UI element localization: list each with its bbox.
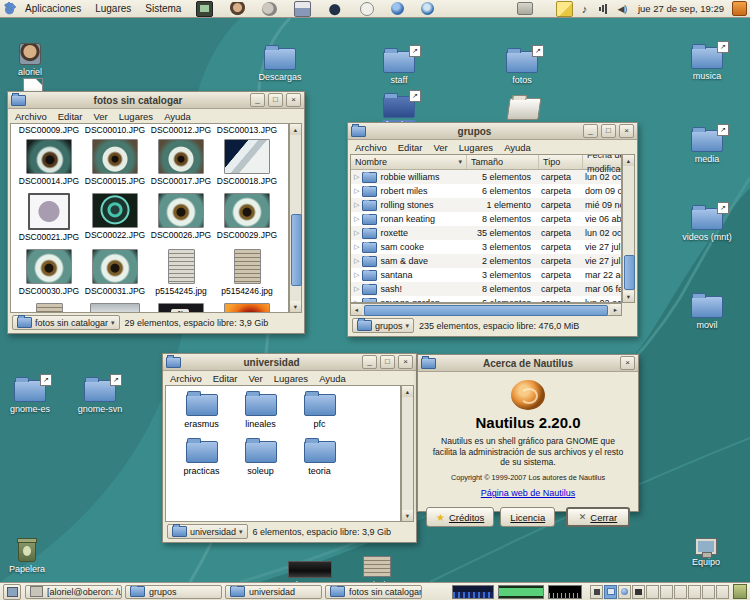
menu-editar[interactable]: Editar bbox=[398, 142, 423, 153]
expander-icon[interactable]: ▷ bbox=[354, 229, 359, 237]
logout-icon[interactable] bbox=[732, 1, 747, 16]
file-item[interactable]: p6264553.jpg bbox=[214, 302, 280, 313]
desktop-icon-contrato-maestra-1923-jpg[interactable]: contrato_ maestra_ 1923.jpg bbox=[341, 556, 413, 582]
file-item[interactable]: p5154247.jpg bbox=[16, 302, 82, 313]
workspace-cell-empty[interactable] bbox=[646, 585, 659, 599]
workspace-cell-empty[interactable] bbox=[702, 585, 715, 599]
file-item[interactable]: p5204315.jpg bbox=[82, 302, 148, 313]
menu-archivo[interactable]: Archivo bbox=[170, 373, 202, 384]
website-link[interactable]: Página web de Nautilus bbox=[426, 488, 630, 498]
desktop-icon-equipo[interactable]: Equipo bbox=[670, 538, 742, 567]
table-row[interactable]: ▷robbie williams5 elementoscarpetalun 02… bbox=[351, 170, 621, 184]
pidgin-icon[interactable] bbox=[391, 2, 404, 15]
browser-icon[interactable] bbox=[421, 2, 434, 15]
folder-item-practicas[interactable]: practicas bbox=[172, 441, 231, 476]
menu-aplicaciones[interactable]: Aplicaciones bbox=[20, 2, 86, 15]
workspace-cell-term[interactable] bbox=[590, 585, 603, 599]
column-nombre[interactable]: Nombre▾ bbox=[351, 155, 467, 169]
desktop-icon-descargas[interactable]: Descargas bbox=[244, 48, 316, 82]
panel-clock[interactable]: jue 27 de sep, 19:29 bbox=[638, 3, 724, 14]
expander-icon[interactable]: ▷ bbox=[354, 271, 359, 279]
terminal-icon[interactable] bbox=[196, 1, 213, 17]
vertical-scrollbar[interactable]: ▴ ▾ bbox=[289, 123, 302, 313]
file-item[interactable]: p5154245.jpg bbox=[148, 248, 214, 296]
titlebar[interactable]: Acerca de Nautilus × bbox=[418, 355, 638, 372]
scroll-down-icon[interactable]: ▾ bbox=[290, 301, 301, 312]
close-button[interactable]: × bbox=[398, 355, 413, 369]
scrollbar-thumb[interactable] bbox=[291, 214, 302, 285]
column-fecha[interactable]: Fecha de modificación bbox=[583, 155, 622, 169]
scroll-down-icon[interactable]: ▾ bbox=[623, 291, 634, 302]
expander-icon[interactable]: ▷ bbox=[354, 173, 359, 181]
folder-item-lineales[interactable]: lineales bbox=[231, 394, 290, 429]
close-button[interactable]: × bbox=[619, 124, 634, 138]
trash-applet-icon[interactable] bbox=[733, 584, 747, 599]
file-item[interactable]: p5154246.jpg bbox=[214, 248, 280, 296]
folder-item-teoria[interactable]: teoria bbox=[290, 441, 349, 476]
vertical-scrollbar[interactable]: ▴ ▾ bbox=[401, 385, 414, 522]
file-item[interactable]: DSC00017.JPG bbox=[148, 138, 214, 186]
menu-ayuda[interactable]: Ayuda bbox=[164, 111, 191, 122]
signal-bars-icon[interactable] bbox=[596, 2, 611, 16]
file-item[interactable]: DSC00014.JPG bbox=[16, 138, 82, 186]
credits-button[interactable]: ★Créditos bbox=[426, 507, 494, 527]
vertical-scrollbar[interactable]: ▴ ▾ bbox=[622, 154, 635, 303]
folder-item-erasmus[interactable]: erasmus bbox=[172, 394, 231, 429]
taskbar-button-fotos-sin-catalogar[interactable]: fotos sin catalogar bbox=[325, 585, 422, 599]
file-view[interactable]: DSC00009.JPGDSC00010.JPGDSC00012.JPGDSC0… bbox=[10, 123, 289, 313]
table-row[interactable]: ▷santana3 elementoscarpetamar 22 ago 200… bbox=[351, 268, 621, 282]
menu-lugares[interactable]: Lugares bbox=[459, 142, 493, 153]
workspace-cell-globe[interactable] bbox=[618, 585, 631, 599]
expander-icon[interactable]: ▷ bbox=[354, 187, 359, 195]
clock-app-icon[interactable] bbox=[360, 2, 374, 16]
horizontal-scrollbar[interactable]: ◂ ▸ bbox=[350, 303, 622, 316]
scroll-up-icon[interactable]: ▴ bbox=[290, 124, 301, 135]
volume-icon[interactable]: ◀) bbox=[615, 2, 630, 16]
table-row[interactable]: ▷ronan keating8 elementoscarpetavie 06 a… bbox=[351, 212, 621, 226]
table-row[interactable]: ▷rolling stones1 elementocarpetamié 09 n… bbox=[351, 198, 621, 212]
file-item[interactable]: DSC00009.JPG bbox=[16, 125, 82, 136]
minimize-button[interactable]: _ bbox=[362, 355, 377, 369]
titlebar[interactable]: fotos sin catalogar _ □ × bbox=[8, 92, 304, 109]
titlebar[interactable]: grupos _ □ × bbox=[348, 123, 637, 140]
desktop-icon-papelera[interactable]: Papelera bbox=[0, 540, 63, 574]
cerrar-button[interactable]: ✕Cerrar bbox=[566, 507, 630, 527]
desktop-icon-coche-01-png[interactable]: coche_01.png bbox=[274, 561, 346, 582]
file-item[interactable]: DSC00026.JPG bbox=[148, 192, 214, 242]
folder-item-pfc[interactable]: pfc bbox=[290, 394, 349, 429]
close-button[interactable]: × bbox=[286, 93, 301, 107]
expander-icon[interactable]: ▷ bbox=[354, 285, 359, 293]
list-view[interactable]: Nombre▾ Tamaño Tipo Fecha de modificació… bbox=[350, 154, 622, 303]
file-item[interactable]: DSC00018.JPG bbox=[214, 138, 280, 186]
desktop-icon-media[interactable]: ↗media bbox=[671, 130, 743, 164]
file-item[interactable]: DSC00022.JPG bbox=[82, 192, 148, 242]
workspace-cell-empty[interactable] bbox=[660, 585, 673, 599]
menu-archivo[interactable]: Archivo bbox=[355, 142, 387, 153]
file-item[interactable]: DSC00029.JPG bbox=[214, 192, 280, 242]
scroll-up-icon[interactable]: ▴ bbox=[623, 155, 634, 166]
expander-icon[interactable]: ▷ bbox=[354, 215, 359, 223]
maximize-button[interactable]: □ bbox=[601, 124, 616, 138]
gimp-icon[interactable] bbox=[262, 2, 277, 16]
license-button[interactable]: Licencia bbox=[500, 507, 555, 527]
menu-ver[interactable]: Ver bbox=[94, 111, 108, 122]
workspace-cell-empty[interactable] bbox=[716, 585, 729, 599]
scroll-up-icon[interactable]: ▴ bbox=[402, 386, 413, 397]
user-switcher-icon[interactable] bbox=[230, 2, 245, 16]
taskbar-button--aloriel-oberon-u-[interactable]: [aloriel@oberon: /u... bbox=[25, 585, 122, 599]
scroll-down-icon[interactable]: ▾ bbox=[402, 510, 413, 521]
keyboard-icon[interactable] bbox=[517, 2, 533, 15]
menu-lugares[interactable]: Lugares bbox=[119, 111, 153, 122]
expander-icon[interactable]: ▷ bbox=[354, 243, 359, 251]
table-row[interactable]: ▷savage garden6 elementoscarpetalun 02 o… bbox=[351, 296, 621, 303]
menu-ver[interactable]: Ver bbox=[434, 142, 448, 153]
cpu-monitor[interactable] bbox=[452, 585, 494, 599]
desktop-icon-musica[interactable]: ↗musica bbox=[671, 47, 743, 81]
file-item[interactable]: DSC00021.JPG bbox=[16, 192, 82, 242]
desktop-icon-videos-mnt-[interactable]: ↗videos (mnt) bbox=[671, 208, 743, 242]
scrollbar-thumb[interactable] bbox=[364, 305, 608, 316]
music-icon[interactable]: ♪ bbox=[577, 2, 592, 16]
file-item[interactable]: DSC00015.JPG bbox=[82, 138, 148, 186]
menu-lugares[interactable]: Lugares bbox=[274, 373, 308, 384]
table-row[interactable]: ▷robert miles6 elementoscarpetadom 09 oc… bbox=[351, 184, 621, 198]
